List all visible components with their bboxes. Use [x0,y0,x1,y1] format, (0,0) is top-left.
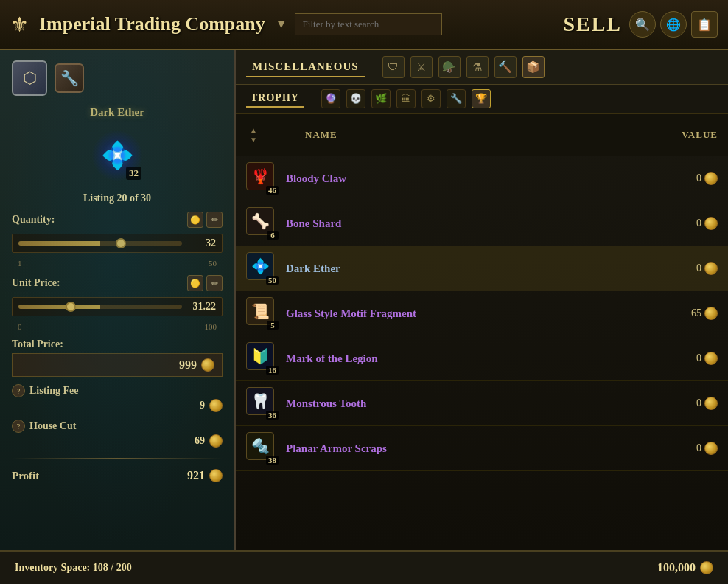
list-item[interactable]: 🔩 38 Planar Armor Scraps 0 [236,426,728,471]
list-item[interactable]: 🦞 46 Bloody Claw 0 [236,156,728,201]
cat-icon-misc[interactable]: 📦 [522,56,545,78]
profit-coin [209,469,223,482]
listing-current: 20 [116,192,127,204]
sell-label: SELL [563,13,622,36]
search-icon-btn[interactable]: 🔍 [629,11,656,38]
item-count-badge: 16 [266,366,279,375]
tab-trophy[interactable]: TROPHY [246,90,304,108]
cat-icon-craft[interactable]: 🔨 [494,56,517,78]
table-header: ▲ ▼ NAME VALUE [236,114,728,156]
unit-price-section: Unit Price: 🟡 ✏ 31.22 0 100 [12,275,223,331]
globe-icon-btn[interactable]: 🌐 [660,11,687,38]
item-icon-container: 🔩 38 [246,432,279,465]
item-row-value: 0 [659,217,718,230]
list-item[interactable]: 💠 50 Dark Ether 0 [236,246,728,291]
inventory-max: 200 [116,562,132,573]
listing-of: of [130,192,139,204]
item-count-badge: 5 [267,321,279,330]
right-panel: MISCELLANEOUS 🛡 ⚔ 🪖 ⚗ 🔨 📦 TROPHY 🔮 💀 🌿 🏛… [236,50,728,550]
item-name: Dark Ether [12,106,223,119]
listing-fee-label: Listing Fee [29,385,79,397]
quantity-icons: 🟡 ✏ [187,212,223,228]
house-cut-help-icon[interactable]: ? [12,420,25,433]
tool-icon[interactable]: 🔧 [55,63,84,93]
unit-price-value: 31.22 [186,301,216,313]
profit-value-row: 921 [187,469,223,482]
unit-price-slider[interactable] [18,305,182,309]
inventory-label: Inventory Space: [15,562,90,573]
item-count-badge: 32 [126,167,141,180]
item-icon-container: 🦴 6 [246,207,279,240]
balance-coin [700,561,713,574]
subcat-icon-4[interactable]: 🏛 [396,89,416,108]
sort-arrow[interactable]: ▲ ▼ [246,120,261,150]
quantity-icon-1[interactable]: 🟡 [187,212,203,228]
item-count-badge: 50 [266,276,279,285]
item-value-num: 0 [696,263,701,274]
listing-fee-coin [209,399,223,412]
list-item[interactable]: 🦴 6 Bone Shard 0 [236,201,728,246]
quantity-label-row: Quantity: 🟡 ✏ [12,212,223,228]
item-gold-coin [704,442,718,455]
item-count-badge: 38 [266,456,279,465]
quantity-section: Quantity: 🟡 ✏ 32 1 50 [12,212,223,268]
total-gold-coin [201,358,214,372]
item-row-name: Monstrous Tooth [279,397,659,410]
cat-icon-sword[interactable]: ⚔ [410,56,433,78]
listing-fee-help-icon[interactable]: ? [12,384,25,397]
subcat-icon-trophy[interactable]: 🏆 [472,89,491,108]
unit-price-icon-2[interactable]: ✏ [206,275,223,291]
listing-fee-section: ? Listing Fee 9 [12,384,223,412]
quantity-label: Quantity: [12,214,71,226]
inventory-used: 108 [93,562,108,573]
item-row-name: Planar Armor Scraps [279,442,659,455]
list-item[interactable]: 📜 5 Glass Style Motif Fragment 65 [236,291,728,336]
subcat-icon-6[interactable]: 🔧 [447,89,466,108]
left-panel: ⬡ 🔧 Dark Ether 💠 32 Listing 20 of 30 Qua… [0,50,236,550]
item-value-num: 65 [691,307,701,319]
col-value-header: VALUE [651,129,718,141]
profit-label: Profit [12,470,39,482]
item-glow: 💠 32 [91,130,143,181]
search-input[interactable] [295,13,442,35]
unit-price-range: 0 100 [12,322,223,331]
list-icon-btn[interactable]: 📋 [691,11,718,38]
subcat-icon-5[interactable]: ⚙ [421,89,441,108]
subcat-icon-1[interactable]: 🔮 [321,89,340,108]
list-item[interactable]: 🔰 16 Mark of the Legion 0 [236,336,728,381]
total-price-section: Total Price: 999 [12,338,223,377]
item-value-num: 0 [696,397,701,409]
dropdown-arrow-icon[interactable]: ▼ [276,18,287,31]
subcategory-row: TROPHY 🔮 💀 🌿 🏛 ⚙ 🔧 🏆 [236,85,728,114]
quantity-slider[interactable] [18,241,182,246]
quantity-icon-2[interactable]: ✏ [206,212,223,228]
main-content: ⬡ 🔧 Dark Ether 💠 32 Listing 20 of 30 Qua… [0,50,728,550]
tab-miscellaneous[interactable]: MISCELLANEOUS [246,58,365,77]
cat-icon-potion[interactable]: ⚗ [466,56,489,78]
cat-icon-shield[interactable]: 🛡 [382,56,405,78]
listing-info: Listing 20 of 30 [12,192,223,204]
list-item[interactable]: 🦷 36 Monstrous Tooth 0 [236,381,728,426]
subcat-icon-group: 🔮 💀 🌿 🏛 ⚙ 🔧 🏆 [321,89,491,108]
item-icon-container: 🦞 46 [246,162,279,195]
item-gold-coin [704,397,718,410]
balance-row: 100,000 [657,561,713,574]
subcat-icon-3[interactable]: 🌿 [371,89,391,108]
cat-icon-helm[interactable]: 🪖 [438,56,461,78]
col-name-header: NAME [261,129,651,141]
total-price-label: Total Price: [12,338,223,350]
item-value-num: 0 [696,173,701,184]
item-gold-coin [704,172,718,185]
unit-price-icon-1[interactable]: 🟡 [187,275,203,291]
subcat-icon-2[interactable]: 💀 [346,89,365,108]
unit-price-max: 100 [205,322,217,331]
category-tabs: MISCELLANEOUS 🛡 ⚔ 🪖 ⚗ 🔨 📦 [236,50,728,85]
quantity-range: 1 50 [12,259,223,268]
cube-icon[interactable]: ⬡ [12,60,47,96]
balance-value: 100,000 [657,561,696,574]
item-row-value: 0 [659,442,718,455]
unit-price-label: Unit Price: [12,277,71,289]
item-count-badge: 6 [267,231,279,240]
profit-value: 921 [187,469,205,482]
listing-prefix: Listing [83,192,114,204]
